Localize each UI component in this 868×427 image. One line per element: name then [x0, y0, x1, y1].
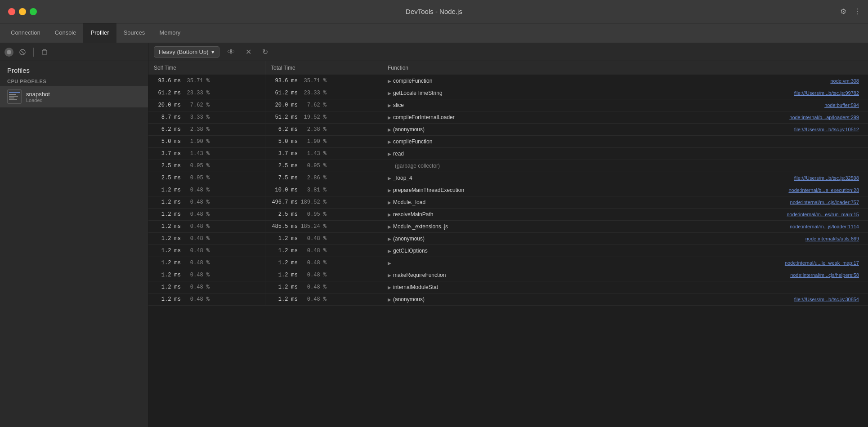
table-body: 93.6 ms35.71 %93.6 ms35.71 %▶compileFunc…	[148, 75, 868, 306]
function-name: Module._extensions..js	[393, 223, 448, 230]
function-link[interactable]: node:internal/m...js/loader:1114	[790, 224, 863, 229]
function-cell: ▶Module._extensions..jsnode:internal/m..…	[382, 221, 868, 232]
table-row[interactable]: 20.0 ms7.62 %20.0 ms7.62 %▶slicenode:buf…	[148, 99, 868, 111]
function-cell: ▶slicenode:buffer:594	[382, 99, 868, 111]
table-row[interactable]: 6.2 ms2.38 %6.2 ms2.38 %▶(anonymous)file…	[148, 124, 868, 136]
sidebar-toolbar	[0, 43, 148, 61]
svg-point-0	[7, 50, 11, 54]
dropdown-label: Heavy (Bottom Up)	[159, 49, 209, 55]
profiler-table[interactable]: Self Time Total Time Function 93.6 ms35.…	[148, 61, 868, 427]
tab-sources[interactable]: Sources	[116, 23, 152, 43]
table-row[interactable]: 1.2 ms0.48 %1.2 ms0.48 %▶(anonymous)file…	[148, 294, 868, 306]
table-row[interactable]: 1.2 ms0.48 %496.7 ms189.52 %▶Module._loa…	[148, 196, 868, 209]
total-time-cell: 1.2 ms0.48 %	[265, 245, 382, 257]
function-cell: ▶(anonymous)node:internal/fs/utils:669	[382, 233, 868, 245]
table-row[interactable]: 1.2 ms0.48 %10.0 ms3.81 %▶prepareMainThr…	[148, 184, 868, 196]
table-row[interactable]: 1.2 ms0.48 %2.5 ms0.95 %▶resolveMainPath…	[148, 209, 868, 221]
function-cell: ▶internalModuleStat	[382, 281, 868, 293]
table-row[interactable]: 8.7 ms3.33 %51.2 ms19.52 %▶compileForInt…	[148, 111, 868, 124]
function-cell: ▶compileForInternalLoadernode:internal/b…	[382, 111, 868, 123]
table-row[interactable]: 1.2 ms0.48 %485.5 ms185.24 %▶Module._ext…	[148, 221, 868, 233]
table-row[interactable]: 3.7 ms1.43 %3.7 ms1.43 %▶read	[148, 148, 868, 160]
total-time-cell: 496.7 ms189.52 %	[265, 196, 382, 208]
table-row[interactable]: 1.2 ms0.48 %1.2 ms0.48 %▶getCLIOptions	[148, 245, 868, 257]
function-link[interactable]: file:///Users/m...b/tsc.js:32598	[794, 175, 863, 181]
total-time-cell: 2.5 ms0.95 %	[265, 160, 382, 172]
profile-item[interactable]: snapshot Loaded	[0, 86, 148, 107]
focus-icon[interactable]: 👁	[225, 47, 237, 57]
expand-arrow: ▶	[388, 249, 391, 254]
content-area: Heavy (Bottom Up) ▾ 👁 ✕ ↻ Self Time Tota…	[148, 43, 868, 427]
function-link[interactable]: node:internal/fs/utils:669	[805, 236, 863, 241]
traffic-lights	[8, 8, 37, 15]
table-row[interactable]: 2.5 ms0.95 %7.5 ms2.86 %▶_loop_4file:///…	[148, 172, 868, 184]
table-row[interactable]: 61.2 ms23.33 %61.2 ms23.33 %▶getLocaleTi…	[148, 87, 868, 99]
expand-arrow: ▶	[388, 212, 391, 217]
function-link[interactable]: node:internal/m...cjs/helpers:58	[790, 272, 863, 278]
svg-rect-11	[9, 98, 14, 98]
function-cell: ▶prepareMainThreadExecutionnode:internal…	[382, 184, 868, 196]
total-time-cell: 6.2 ms2.38 %	[265, 124, 382, 135]
function-link[interactable]: node:internal/u...le_weak_map:17	[785, 260, 863, 266]
function-link[interactable]: node:vm:308	[830, 78, 863, 84]
profile-info: snapshot Loaded	[26, 91, 50, 103]
function-name: _loop_4	[393, 175, 412, 181]
col-self-time: Self Time	[148, 61, 265, 75]
function-link[interactable]: file:///Users/m...b/tsc.js:10512	[794, 127, 863, 132]
function-cell: ▶(anonymous)file:///Users/m...b/tsc.js:1…	[382, 124, 868, 135]
table-row[interactable]: 93.6 ms35.71 %93.6 ms35.71 %▶compileFunc…	[148, 75, 868, 87]
refresh-icon[interactable]: ↻	[260, 47, 271, 57]
self-time-cell: 2.5 ms0.95 %	[148, 160, 265, 172]
clear-icon[interactable]: ✕	[243, 47, 254, 57]
minimize-button[interactable]	[19, 8, 26, 15]
svg-rect-8	[9, 92, 20, 93]
function-cell: ▶compileFunction	[382, 136, 868, 147]
settings-icon[interactable]: ⚙	[840, 7, 846, 16]
expand-arrow: ▶	[388, 200, 391, 205]
function-link[interactable]: node:internal/m...cjs/loader:757	[790, 200, 863, 205]
view-dropdown[interactable]: Heavy (Bottom Up) ▾	[154, 46, 219, 58]
svg-rect-12	[9, 99, 17, 100]
function-name: Module._load	[393, 199, 425, 205]
window-title: DevTools - Node.js	[406, 8, 462, 15]
table-row[interactable]: 1.2 ms0.48 %1.2 ms0.48 %▶internalModuleS…	[148, 281, 868, 294]
function-cell: ▶read	[382, 148, 868, 160]
total-time-cell: 51.2 ms19.52 %	[265, 111, 382, 123]
self-time-cell: 1.2 ms0.48 %	[148, 221, 265, 232]
expand-arrow: ▶	[388, 297, 391, 302]
function-link[interactable]: node:internal/b...ap/loaders:299	[789, 115, 863, 120]
self-time-cell: 1.2 ms0.48 %	[148, 294, 265, 305]
table-row[interactable]: 5.0 ms1.90 %5.0 ms1.90 %▶compileFunction	[148, 136, 868, 148]
table-row[interactable]: 1.2 ms0.48 %1.2 ms0.48 %▶(anonymous)node…	[148, 233, 868, 245]
stop-button[interactable]	[18, 48, 27, 57]
total-time-cell: 1.2 ms0.48 %	[265, 294, 382, 305]
tab-console[interactable]: Console	[48, 23, 84, 43]
tab-profiler[interactable]: Profiler	[83, 23, 116, 43]
expand-arrow: ▶	[388, 224, 391, 229]
delete-button[interactable]	[40, 48, 49, 57]
table-row[interactable]: 1.2 ms0.48 %1.2 ms0.48 %▶node:internal/u…	[148, 257, 868, 269]
col-total-time: Total Time	[265, 61, 382, 75]
record-button[interactable]	[4, 48, 13, 57]
function-link[interactable]: file:///Users/m...b/tsc.js:99782	[794, 90, 863, 96]
function-link[interactable]: node:internal/m...es/run_main:15	[787, 212, 863, 217]
table-header: Self Time Total Time Function	[148, 61, 868, 75]
main-layout: Profiles CPU PROFILES snapshot Loaded	[0, 43, 868, 427]
maximize-button[interactable]	[30, 8, 37, 15]
tab-memory[interactable]: Memory	[152, 23, 188, 43]
self-time-cell: 1.2 ms0.48 %	[148, 257, 265, 269]
function-link[interactable]: file:///Users/m...b/tsc.js:30854	[794, 297, 863, 302]
self-time-cell: 5.0 ms1.90 %	[148, 136, 265, 147]
function-link[interactable]: node:internal/b...e_execution:28	[788, 187, 863, 193]
more-icon[interactable]: ⋮	[854, 7, 861, 16]
total-time-cell: 7.5 ms2.86 %	[265, 172, 382, 184]
table-row[interactable]: 1.2 ms0.48 %1.2 ms0.48 %▶makeRequireFunc…	[148, 269, 868, 281]
function-link[interactable]: node:buffer:594	[824, 102, 863, 108]
table-row[interactable]: 2.5 ms0.95 %2.5 ms0.95 %(garbage collect…	[148, 160, 868, 172]
tab-connection[interactable]: Connection	[4, 23, 48, 43]
expand-arrow: ▶	[388, 273, 391, 278]
function-cell: (garbage collector)	[382, 160, 868, 172]
total-time-cell: 5.0 ms1.90 %	[265, 136, 382, 147]
close-button[interactable]	[8, 8, 15, 15]
function-name: (anonymous)	[393, 296, 425, 302]
